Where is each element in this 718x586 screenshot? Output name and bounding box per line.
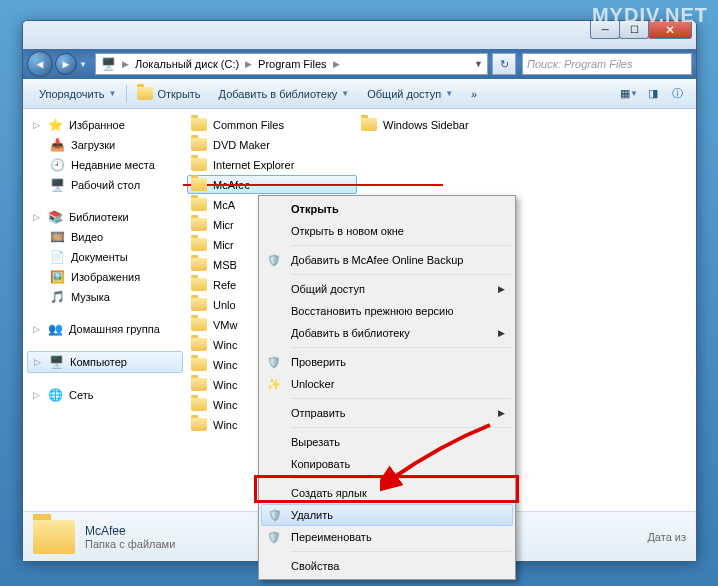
folder-icon [191, 198, 207, 211]
music-icon: 🎵 [49, 289, 65, 305]
address-dropdown[interactable]: ▼ [474, 59, 483, 69]
folder-item[interactable]: Windows Sidebar [357, 115, 527, 134]
ctx-unlocker[interactable]: ✨Unlocker [261, 373, 513, 395]
sidebar-item-video[interactable]: 🎞️Видео [27, 227, 183, 247]
video-icon: 🎞️ [49, 229, 65, 245]
folder-icon [191, 178, 207, 191]
folder-icon [191, 258, 207, 271]
folder-icon [191, 298, 207, 311]
favorites-header[interactable]: ▷⭐Избранное [27, 115, 183, 135]
folder-icon [191, 278, 207, 291]
toolbar: Упорядочить ▼ Открыть Добавить в библиот… [23, 79, 696, 109]
shield-icon: 🛡️ [266, 509, 284, 522]
computer-header[interactable]: ▷🖥️Компьютер [27, 351, 183, 373]
add-to-library-button[interactable]: Добавить в библиотеку ▼ [211, 84, 358, 104]
ctx-send-to[interactable]: Отправить▶ [261, 402, 513, 424]
details-date-label: Дата из [647, 531, 686, 543]
folder-icon [191, 378, 207, 391]
ctx-rename[interactable]: 🛡️Переименовать [261, 526, 513, 548]
ctx-properties[interactable]: Свойства [261, 555, 513, 577]
sidebar-item-desktop[interactable]: 🖥️Рабочий стол [27, 175, 183, 195]
folder-icon [361, 118, 377, 131]
view-button[interactable]: ▦ ▼ [618, 83, 640, 105]
ctx-cut[interactable]: Вырезать [261, 431, 513, 453]
downloads-icon: 📥 [49, 137, 65, 153]
details-name: McAfee [85, 524, 175, 538]
address-bar[interactable]: 🖥️ ▶ Локальный диск (C:) ▶ Program Files… [95, 53, 488, 75]
folder-icon [191, 238, 207, 251]
sidebar-item-pictures[interactable]: 🖼️Изображения [27, 267, 183, 287]
pictures-icon: 🖼️ [49, 269, 65, 285]
toolbar-more[interactable]: » [463, 84, 485, 104]
folder-icon [191, 338, 207, 351]
homegroup-header[interactable]: ▷👥Домашняя группа [27, 319, 183, 339]
network-icon: 🌐 [47, 387, 63, 403]
forward-button[interactable]: ► [55, 53, 77, 75]
shield-icon: 🛡️ [265, 531, 283, 544]
organize-button[interactable]: Упорядочить ▼ [31, 84, 124, 104]
mcafee-icon: 🛡️ [265, 356, 283, 369]
ctx-add-library[interactable]: Добавить в библиотеку▶ [261, 322, 513, 344]
refresh-button[interactable]: ↻ [492, 53, 516, 75]
folder-icon [191, 318, 207, 331]
ctx-mcafee-backup[interactable]: 🛡️Добавить в McAfee Online Backup [261, 249, 513, 271]
breadcrumb-sep: ▶ [243, 59, 254, 69]
open-button[interactable]: Открыть [129, 83, 208, 104]
search-placeholder: Поиск: Program Files [527, 58, 632, 70]
libraries-icon: 📚 [47, 209, 63, 225]
ctx-share[interactable]: Общий доступ▶ [261, 278, 513, 300]
star-icon: ⭐ [47, 117, 63, 133]
folder-icon [137, 87, 153, 100]
folder-item[interactable]: Internet Explorer [187, 155, 357, 174]
breadcrumb-drive[interactable]: Локальный диск (C:) [135, 58, 239, 70]
details-type: Папка с файлами [85, 538, 175, 550]
computer-icon: 🖥️ [48, 354, 64, 370]
nav-pane: ▷⭐Избранное 📥Загрузки 🕘Недавние места 🖥️… [23, 109, 183, 511]
folder-icon [191, 138, 207, 151]
ctx-copy[interactable]: Копировать [261, 453, 513, 475]
sidebar-item-recent[interactable]: 🕘Недавние места [27, 155, 183, 175]
mcafee-icon: 🛡️ [265, 254, 283, 267]
sidebar-item-music[interactable]: 🎵Музыка [27, 287, 183, 307]
folder-icon [191, 358, 207, 371]
share-button[interactable]: Общий доступ ▼ [359, 84, 461, 104]
folder-icon [191, 218, 207, 231]
history-dropdown[interactable]: ▼ [79, 60, 93, 69]
sidebar-item-downloads[interactable]: 📥Загрузки [27, 135, 183, 155]
help-button[interactable]: ⓘ [666, 83, 688, 105]
folder-item[interactable]: DVD Maker [187, 135, 357, 154]
folder-item[interactable]: Common Files [187, 115, 357, 134]
search-box[interactable]: Поиск: Program Files [522, 53, 692, 75]
sidebar-item-documents[interactable]: 📄Документы [27, 247, 183, 267]
ctx-create-shortcut[interactable]: Создать ярлык [261, 482, 513, 504]
navbar: ◄ ► ▼ 🖥️ ▶ Локальный диск (C:) ▶ Program… [23, 49, 696, 79]
ctx-check[interactable]: 🛡️Проверить [261, 351, 513, 373]
recent-icon: 🕘 [49, 157, 65, 173]
ctx-delete[interactable]: 🛡️Удалить [261, 504, 513, 526]
computer-icon: 🖥️ [100, 56, 116, 72]
annotation-redline [183, 184, 443, 186]
preview-pane-button[interactable]: ◨ [642, 83, 664, 105]
breadcrumb-sep: ▶ [331, 59, 342, 69]
folder-icon-large [33, 520, 75, 554]
context-menu: Открыть Открыть в новом окне 🛡️Добавить … [258, 195, 516, 580]
breadcrumb-sep: ▶ [120, 59, 131, 69]
desktop-icon: 🖥️ [49, 177, 65, 193]
breadcrumb-folder[interactable]: Program Files [258, 58, 326, 70]
watermark: MYDIV.NET [592, 4, 708, 27]
homegroup-icon: 👥 [47, 321, 63, 337]
documents-icon: 📄 [49, 249, 65, 265]
wand-icon: ✨ [265, 378, 283, 391]
ctx-open-new-window[interactable]: Открыть в новом окне [261, 220, 513, 242]
folder-icon [191, 118, 207, 131]
back-button[interactable]: ◄ [27, 51, 53, 77]
ctx-restore-version[interactable]: Восстановить прежнюю версию [261, 300, 513, 322]
libraries-header[interactable]: ▷📚Библиотеки [27, 207, 183, 227]
folder-icon [191, 418, 207, 431]
folder-icon [191, 398, 207, 411]
folder-icon [191, 158, 207, 171]
ctx-open[interactable]: Открыть [261, 198, 513, 220]
network-header[interactable]: ▷🌐Сеть [27, 385, 183, 405]
